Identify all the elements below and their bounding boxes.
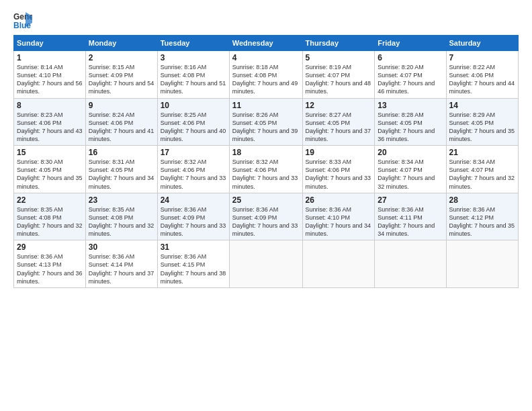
day-number: 31 [161, 242, 226, 252]
day-cell: 17Sunrise: 8:32 AMSunset: 4:06 PMDayligh… [157, 146, 229, 193]
day-number: 25 [232, 195, 300, 205]
day-info: Sunrise: 8:22 AMSunset: 4:06 PMDaylight:… [449, 63, 515, 96]
day-cell [302, 240, 375, 288]
day-cell: 1Sunrise: 8:14 AMSunset: 4:10 PMDaylight… [14, 51, 86, 99]
day-cell: 24Sunrise: 8:36 AMSunset: 4:09 PMDayligh… [157, 193, 229, 240]
day-number: 22 [17, 195, 83, 205]
day-cell: 10Sunrise: 8:25 AMSunset: 4:06 PMDayligh… [157, 98, 229, 146]
day-number: 3 [161, 53, 226, 62]
day-info: Sunrise: 8:20 AMSunset: 4:07 PMDaylight:… [378, 63, 443, 96]
day-info: Sunrise: 8:32 AMSunset: 4:06 PMDaylight:… [161, 158, 226, 191]
day-number: 9 [89, 101, 154, 110]
day-cell: 23Sunrise: 8:35 AMSunset: 4:08 PMDayligh… [85, 193, 157, 240]
day-number: 12 [306, 101, 372, 110]
day-cell: 30Sunrise: 8:36 AMSunset: 4:14 PMDayligh… [85, 240, 157, 288]
day-cell: 28Sunrise: 8:36 AMSunset: 4:12 PMDayligh… [446, 193, 518, 240]
day-cell: 3Sunrise: 8:16 AMSunset: 4:08 PMDaylight… [157, 51, 229, 99]
day-number: 26 [306, 195, 372, 205]
day-info: Sunrise: 8:36 AMSunset: 4:14 PMDaylight:… [89, 253, 154, 285]
day-number: 2 [89, 53, 154, 62]
day-cell: 29Sunrise: 8:36 AMSunset: 4:13 PMDayligh… [14, 240, 86, 288]
day-cell: 7Sunrise: 8:22 AMSunset: 4:06 PMDaylight… [446, 51, 518, 99]
day-number: 30 [89, 242, 154, 252]
day-cell: 2Sunrise: 8:15 AMSunset: 4:09 PMDaylight… [85, 51, 157, 99]
week-row-1: 1Sunrise: 8:14 AMSunset: 4:10 PMDaylight… [14, 51, 519, 99]
day-cell: 13Sunrise: 8:28 AMSunset: 4:05 PMDayligh… [375, 98, 446, 146]
day-cell: 26Sunrise: 8:36 AMSunset: 4:10 PMDayligh… [302, 193, 375, 240]
day-cell: 14Sunrise: 8:29 AMSunset: 4:05 PMDayligh… [446, 98, 518, 146]
day-cell: 21Sunrise: 8:34 AMSunset: 4:07 PMDayligh… [446, 146, 518, 193]
logo: General Blue [13, 11, 35, 30]
col-header-wednesday: Wednesday [229, 36, 302, 51]
day-number: 29 [17, 242, 83, 252]
day-number: 11 [232, 101, 300, 110]
col-header-tuesday: Tuesday [157, 36, 229, 51]
day-info: Sunrise: 8:36 AMSunset: 4:12 PMDaylight:… [449, 205, 515, 238]
day-cell: 18Sunrise: 8:32 AMSunset: 4:06 PMDayligh… [229, 146, 302, 193]
day-number: 7 [449, 53, 515, 62]
day-number: 5 [306, 53, 372, 62]
day-cell: 19Sunrise: 8:33 AMSunset: 4:06 PMDayligh… [302, 146, 375, 193]
day-info: Sunrise: 8:26 AMSunset: 4:05 PMDaylight:… [232, 111, 300, 144]
day-info: Sunrise: 8:33 AMSunset: 4:06 PMDaylight:… [306, 158, 372, 191]
day-cell: 31Sunrise: 8:36 AMSunset: 4:15 PMDayligh… [157, 240, 229, 288]
day-info: Sunrise: 8:36 AMSunset: 4:09 PMDaylight:… [232, 205, 300, 238]
day-info: Sunrise: 8:36 AMSunset: 4:11 PMDaylight:… [378, 205, 443, 238]
day-cell [229, 240, 302, 288]
day-info: Sunrise: 8:35 AMSunset: 4:08 PMDaylight:… [89, 205, 154, 238]
day-number: 15 [17, 148, 83, 157]
day-cell: 11Sunrise: 8:26 AMSunset: 4:05 PMDayligh… [229, 98, 302, 146]
day-info: Sunrise: 8:15 AMSunset: 4:09 PMDaylight:… [89, 63, 154, 96]
calendar-table: SundayMondayTuesdayWednesdayThursdayFrid… [13, 35, 519, 288]
page: General Blue SundayMondayTuesdayWednesda… [0, 0, 532, 411]
day-info: Sunrise: 8:34 AMSunset: 4:07 PMDaylight:… [449, 158, 515, 191]
day-number: 13 [378, 101, 443, 110]
col-header-friday: Friday [375, 36, 446, 51]
day-cell: 5Sunrise: 8:19 AMSunset: 4:07 PMDaylight… [302, 51, 375, 99]
week-row-2: 8Sunrise: 8:23 AMSunset: 4:06 PMDaylight… [14, 98, 519, 146]
day-info: Sunrise: 8:14 AMSunset: 4:10 PMDaylight:… [17, 63, 83, 96]
day-cell: 15Sunrise: 8:30 AMSunset: 4:05 PMDayligh… [14, 146, 86, 193]
day-info: Sunrise: 8:30 AMSunset: 4:05 PMDaylight:… [17, 158, 83, 191]
day-cell: 9Sunrise: 8:24 AMSunset: 4:06 PMDaylight… [85, 98, 157, 146]
day-cell: 25Sunrise: 8:36 AMSunset: 4:09 PMDayligh… [229, 193, 302, 240]
day-number: 18 [232, 148, 300, 157]
day-cell [375, 240, 446, 288]
day-cell: 12Sunrise: 8:27 AMSunset: 4:05 PMDayligh… [302, 98, 375, 146]
day-cell: 22Sunrise: 8:35 AMSunset: 4:08 PMDayligh… [14, 193, 86, 240]
day-number: 14 [449, 101, 515, 110]
day-info: Sunrise: 8:29 AMSunset: 4:05 PMDaylight:… [449, 111, 515, 144]
day-number: 19 [306, 148, 372, 157]
day-info: Sunrise: 8:34 AMSunset: 4:07 PMDaylight:… [378, 158, 443, 191]
day-cell: 4Sunrise: 8:18 AMSunset: 4:08 PMDaylight… [229, 51, 302, 99]
day-number: 10 [161, 101, 226, 110]
day-info: Sunrise: 8:28 AMSunset: 4:05 PMDaylight:… [378, 111, 443, 144]
day-info: Sunrise: 8:36 AMSunset: 4:09 PMDaylight:… [161, 205, 226, 238]
week-row-4: 22Sunrise: 8:35 AMSunset: 4:08 PMDayligh… [14, 193, 519, 240]
day-number: 16 [89, 148, 154, 157]
day-number: 20 [378, 148, 443, 157]
day-info: Sunrise: 8:24 AMSunset: 4:06 PMDaylight:… [89, 111, 154, 144]
day-number: 6 [378, 53, 443, 62]
day-number: 1 [17, 53, 83, 62]
day-cell: 8Sunrise: 8:23 AMSunset: 4:06 PMDaylight… [14, 98, 86, 146]
header-row: SundayMondayTuesdayWednesdayThursdayFrid… [14, 36, 519, 51]
day-number: 4 [232, 53, 300, 62]
day-info: Sunrise: 8:23 AMSunset: 4:06 PMDaylight:… [17, 111, 83, 144]
col-header-saturday: Saturday [446, 36, 518, 51]
col-header-sunday: Sunday [14, 36, 86, 51]
week-row-3: 15Sunrise: 8:30 AMSunset: 4:05 PMDayligh… [14, 146, 519, 193]
day-info: Sunrise: 8:31 AMSunset: 4:05 PMDaylight:… [89, 158, 154, 191]
day-info: Sunrise: 8:35 AMSunset: 4:08 PMDaylight:… [17, 205, 83, 238]
week-row-5: 29Sunrise: 8:36 AMSunset: 4:13 PMDayligh… [14, 240, 519, 288]
day-info: Sunrise: 8:36 AMSunset: 4:13 PMDaylight:… [17, 253, 83, 285]
header: General Blue [13, 11, 519, 30]
day-info: Sunrise: 8:32 AMSunset: 4:06 PMDaylight:… [232, 158, 300, 191]
day-number: 27 [378, 195, 443, 205]
day-info: Sunrise: 8:18 AMSunset: 4:08 PMDaylight:… [232, 63, 300, 96]
day-number: 8 [17, 101, 83, 110]
day-info: Sunrise: 8:36 AMSunset: 4:15 PMDaylight:… [161, 253, 226, 285]
day-cell: 27Sunrise: 8:36 AMSunset: 4:11 PMDayligh… [375, 193, 446, 240]
logo-icon: General Blue [13, 11, 32, 30]
day-number: 17 [161, 148, 226, 157]
